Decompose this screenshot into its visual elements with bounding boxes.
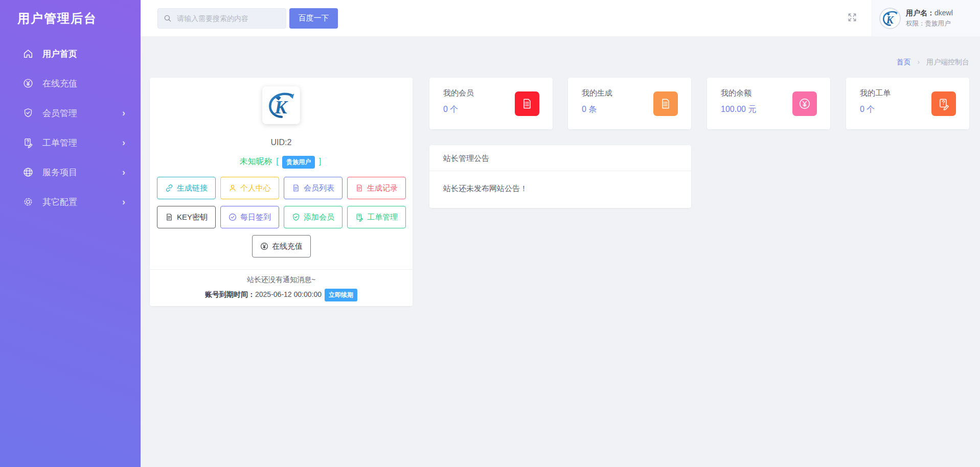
online-recharge-button[interactable]: 在线充值: [252, 235, 311, 258]
topbar: 百度一下 K 用户名：dkewl: [141, 0, 980, 36]
stat-card-balance: 我的余额 100.00 元: [707, 78, 830, 129]
user-icon: [228, 183, 237, 193]
daily-checkin-button[interactable]: 每日签到: [220, 206, 279, 228]
expiry-value: 2025-06-12 00:00:00: [255, 290, 322, 298]
ticket-edit-icon: [22, 137, 34, 148]
role-badge: 贵族用户: [282, 156, 315, 169]
sidebar-item-home[interactable]: 用户首页: [0, 39, 141, 68]
globe-icon: [22, 167, 34, 178]
stat-label: 我的会员: [443, 88, 474, 98]
sidebar-item-settings[interactable]: 其它配置 ›: [0, 187, 141, 217]
sidebar-item-label: 会员管理: [42, 107, 77, 119]
sidebar-nav: 用户首页 在线充值 会员管理 › 工单管理 › 服务项目: [0, 39, 141, 217]
check-circle-icon: [228, 213, 237, 222]
chevron-right-icon: ›: [122, 138, 125, 147]
main-content: 首页 › 用户端控制台 K UID:2 未知昵称 [ 贵族用户 ] 生: [141, 36, 980, 467]
user-uid: UID:2: [150, 138, 413, 147]
generation-records-button[interactable]: 生成记录: [347, 177, 406, 199]
key-secret-button[interactable]: KEY密钥: [157, 206, 216, 228]
user-panel[interactable]: K 用户名：dkewl 权限：贵族用户: [872, 0, 980, 36]
action-buttons: 生成链接 个人中心 会员列表 生成记录 KEY密钥 每日签到: [157, 177, 406, 258]
gear-icon: [22, 196, 34, 207]
document-icon: [355, 183, 364, 193]
stat-label: 我的余额: [721, 88, 751, 98]
search-input[interactable]: [177, 14, 279, 22]
document-icon: [165, 213, 174, 222]
bracket-close: ]: [319, 157, 321, 166]
announcement-title: 站长管理公告: [429, 145, 691, 171]
document-list-icon: [515, 91, 539, 116]
shield-check-icon: [22, 107, 34, 119]
stat-card-tickets: 我的工单 0 个: [846, 78, 969, 129]
profile-card: K UID:2 未知昵称 [ 贵族用户 ] 生成链接 个人中心 会员列表: [150, 78, 413, 306]
avatar: K: [879, 8, 901, 29]
yen-circle-icon: [260, 242, 269, 251]
nickname: 未知昵称: [240, 157, 272, 166]
svg-text:K: K: [886, 13, 895, 26]
breadcrumb-home-link[interactable]: 首页: [897, 58, 911, 66]
stat-label: 我的工单: [860, 88, 891, 98]
sidebar-item-services[interactable]: 服务项目 ›: [0, 157, 141, 187]
app-title: 用户管理后台: [0, 0, 141, 27]
sidebar-item-label: 用户首页: [42, 48, 77, 60]
chevron-right-icon: ›: [122, 197, 125, 206]
stat-card-members: 我的会员 0 个: [429, 78, 553, 129]
sidebar-item-recharge[interactable]: 在线充值: [0, 68, 141, 98]
user-name: 用户名：dkewl: [906, 9, 953, 18]
stat-label: 我的生成: [582, 88, 612, 98]
stat-value: 100.00 元: [721, 104, 756, 115]
add-member-button[interactable]: 添加会员: [284, 206, 343, 228]
announcement-card: 站长管理公告 站长还未发布网站公告！: [429, 145, 691, 208]
nickname-row: 未知昵称 [ 贵族用户 ]: [150, 156, 413, 169]
search-button[interactable]: 百度一下: [289, 8, 338, 29]
chevron-right-icon: ›: [122, 168, 125, 177]
home-icon: [22, 48, 34, 59]
search-box: [157, 8, 286, 29]
yen-circle-icon: [792, 91, 817, 116]
user-role: 权限：贵族用户: [906, 19, 953, 28]
stat-value: 0 个: [443, 104, 458, 115]
search-icon: [163, 14, 172, 23]
profile-card-footer: 站长还没有通知消息~ 账号到期时间：2025-06-12 00:00:00立即续…: [150, 269, 413, 306]
stat-value: 0 条: [582, 104, 597, 115]
sidebar-item-label: 在线充值: [42, 78, 77, 89]
breadcrumb-separator: ›: [917, 58, 920, 66]
shield-check-icon: [291, 213, 301, 222]
chevron-right-icon: ›: [122, 108, 125, 118]
sidebar-item-label: 服务项目: [42, 167, 77, 178]
sidebar: 用户管理后台 用户首页 在线充值 会员管理 › 工单管理 ›: [0, 0, 141, 467]
topbar-right: K 用户名：dkewl 权限：贵族用户: [847, 0, 980, 36]
bracket-open: [: [276, 157, 278, 166]
sidebar-item-members[interactable]: 会员管理 ›: [0, 98, 141, 128]
personal-center-button[interactable]: 个人中心: [220, 177, 279, 199]
notice-text: 站长还没有通知消息~: [150, 275, 413, 285]
expiry-label: 账号到期时间：: [205, 290, 255, 298]
link-icon: [165, 183, 174, 193]
breadcrumb-current: 用户端控制台: [926, 58, 969, 66]
member-list-button[interactable]: 会员列表: [284, 177, 343, 199]
svg-text:K: K: [274, 97, 288, 118]
stat-value: 0 个: [860, 104, 875, 115]
document-list-icon: [653, 91, 678, 116]
generate-link-button[interactable]: 生成链接: [157, 177, 216, 199]
sidebar-item-tickets[interactable]: 工单管理 ›: [0, 128, 141, 157]
ticket-manage-button[interactable]: 工单管理: [347, 206, 406, 228]
document-icon: [291, 183, 301, 193]
sidebar-item-label: 其它配置: [42, 196, 77, 208]
sidebar-item-label: 工单管理: [42, 137, 77, 149]
account-expiry: 账号到期时间：2025-06-12 00:00:00立即续期: [150, 289, 413, 301]
yen-circle-icon: [22, 78, 34, 89]
fullscreen-icon[interactable]: [847, 12, 857, 25]
stat-card-generations: 我的生成 0 条: [568, 78, 691, 129]
renew-button[interactable]: 立即续期: [325, 289, 357, 301]
ticket-edit-icon: [931, 91, 956, 116]
ticket-edit-icon: [355, 213, 364, 222]
user-meta: 用户名：dkewl 权限：贵族用户: [906, 9, 953, 28]
site-logo: K: [262, 86, 300, 124]
breadcrumb: 首页 › 用户端控制台: [897, 58, 969, 67]
announcement-body: 站长还未发布网站公告！: [429, 171, 691, 206]
